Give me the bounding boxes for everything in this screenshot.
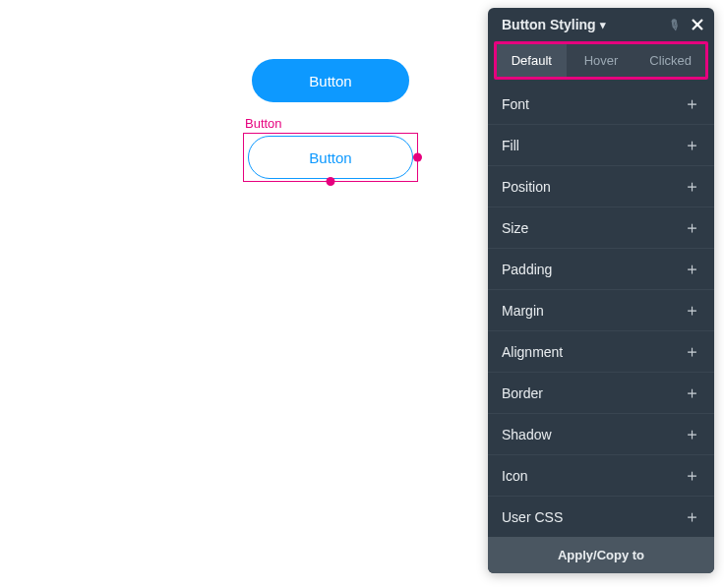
section-padding[interactable]: Padding ＋: [488, 248, 714, 289]
resize-handle-bottom[interactable]: [327, 177, 335, 186]
plus-icon: ＋: [684, 467, 700, 484]
section-label: User CSS: [502, 509, 563, 525]
section-label: Size: [502, 220, 528, 236]
plus-icon: ＋: [684, 426, 700, 442]
plus-icon: ＋: [684, 302, 700, 319]
resize-handle-right[interactable]: [413, 153, 422, 162]
style-sections: Font ＋ Fill ＋ Position ＋ Size ＋ Padding …: [488, 84, 714, 537]
plus-icon: ＋: [684, 508, 700, 525]
state-tabs: Default Hover Clicked: [497, 44, 705, 77]
panel-header: Button Styling ▾ ✎: [488, 8, 714, 41]
selection-element-label: Button: [245, 116, 282, 131]
section-label: Font: [502, 96, 529, 112]
plus-icon: ＋: [684, 95, 700, 112]
section-border[interactable]: Border ＋: [488, 372, 714, 413]
state-tabs-highlight: Default Hover Clicked: [494, 41, 708, 80]
canvas-button-outline[interactable]: Button: [248, 136, 413, 179]
canvas-button-primary-label: Button: [309, 73, 351, 89]
apply-copy-button[interactable]: Apply/Copy to: [488, 537, 714, 573]
tab-hover[interactable]: Hover: [567, 44, 636, 77]
plus-icon: ＋: [684, 137, 700, 153]
section-label: Alignment: [502, 344, 563, 360]
selection-bounds[interactable]: Button: [243, 133, 418, 182]
section-label: Icon: [502, 468, 527, 484]
section-fill[interactable]: Fill ＋: [488, 124, 714, 165]
design-canvas[interactable]: Button Button Button: [0, 0, 492, 588]
section-label: Padding: [502, 262, 552, 277]
panel-title-toggle[interactable]: Button Styling ▾: [502, 17, 606, 32]
section-size[interactable]: Size ＋: [488, 206, 714, 248]
close-icon[interactable]: [691, 18, 704, 31]
section-user-css[interactable]: User CSS ＋: [488, 496, 714, 537]
chevron-down-icon: ▾: [600, 19, 606, 31]
plus-icon: ＋: [684, 343, 700, 360]
section-label: Position: [502, 179, 551, 195]
canvas-button-primary[interactable]: Button: [252, 59, 409, 102]
section-font[interactable]: Font ＋: [488, 84, 714, 124]
style-panel: Button Styling ▾ ✎ Default Hover Clicked…: [488, 8, 714, 573]
section-label: Shadow: [502, 427, 552, 442]
plus-icon: ＋: [684, 261, 700, 277]
plus-icon: ＋: [684, 219, 700, 236]
section-alignment[interactable]: Alignment ＋: [488, 330, 714, 372]
plus-icon: ＋: [684, 384, 700, 401]
section-icon[interactable]: Icon ＋: [488, 454, 714, 496]
section-label: Fill: [502, 138, 519, 153]
apply-copy-label: Apply/Copy to: [558, 548, 644, 562]
plus-icon: ＋: [684, 178, 700, 195]
canvas-button-outline-label: Button: [309, 149, 351, 166]
section-label: Border: [502, 385, 543, 401]
section-margin[interactable]: Margin ＋: [488, 289, 714, 330]
section-position[interactable]: Position ＋: [488, 165, 714, 206]
tab-default[interactable]: Default: [497, 44, 567, 77]
pin-icon[interactable]: ✎: [665, 15, 684, 34]
panel-title: Button Styling: [502, 17, 596, 32]
section-shadow[interactable]: Shadow ＋: [488, 413, 714, 454]
tab-clicked[interactable]: Clicked: [635, 44, 705, 77]
section-label: Margin: [502, 303, 544, 319]
